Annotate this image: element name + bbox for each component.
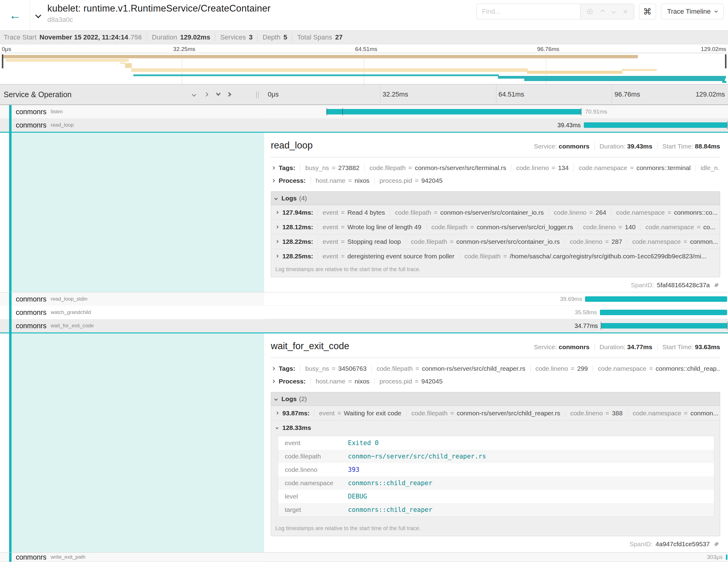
logs-header[interactable]: Logs (4) (271, 192, 720, 205)
span-bar[interactable] (601, 323, 727, 329)
span-color-accent (9, 105, 12, 118)
trace-depth: Depth5 (258, 33, 292, 41)
span-bar[interactable] (585, 296, 727, 302)
detail-span-meta: Service: conmonrs Duration: 34.77ms Star… (534, 343, 720, 351)
span-operation: read_loop_stdin (51, 296, 87, 302)
timeline-grid-header: Service & Operation 0μs 32.25ms 64.51ms … (0, 84, 728, 105)
minimap-span-strip (120, 62, 125, 64)
chevron-right-icon (271, 179, 275, 182)
column-resize-grip[interactable] (256, 92, 259, 98)
detail-span-title: read_loop (271, 140, 313, 151)
trace-minimap[interactable] (0, 53, 728, 84)
span-bar[interactable] (584, 122, 727, 128)
top-bar: ← kubelet: runtime.v1.RuntimeService/Cre… (0, 0, 728, 30)
trace-total-spans: Total Spans27 (292, 33, 347, 41)
minimap-tick-labels: 0μs 32.25ms 64.51ms 96.76ms 129.02ms (0, 44, 728, 53)
log-fields-table: event Exited 0 code.filepath conmon−rs/s… (278, 436, 714, 517)
chevron-down-icon (274, 196, 277, 200)
back-arrow-icon: ← (9, 9, 21, 22)
process-row[interactable]: Process: host.name=nixos process.pid=942… (271, 375, 720, 388)
expand-one-icon[interactable] (204, 92, 208, 97)
span-duration-label: 39.69ms (560, 296, 582, 302)
span-service: conmonrs (16, 322, 46, 330)
chevron-down-icon (714, 9, 718, 12)
chevron-right-icon (271, 380, 275, 383)
trace-header-collapse-toggle[interactable] (30, 0, 46, 30)
span-detail-wait-for-exit-code: wait_for_exit_code Service: conmonrs Dur… (0, 333, 728, 553)
table-row: event Exited 0 (278, 436, 714, 450)
span-row-wait-for-exit-code[interactable]: conmonrs wait_for_exit_code 34.77ms (0, 319, 728, 333)
span-row-watch-grandchild[interactable]: conmonrs watch_grandchild 35.58ms (0, 306, 728, 319)
chevron-down-icon (274, 397, 277, 400)
keyboard-shortcuts-button[interactable]: ⌘ (639, 4, 656, 19)
detail-span-meta: Service: conmonrs Duration: 39.43ms Star… (534, 143, 720, 150)
locate-icon[interactable] (587, 8, 593, 15)
find-clear-icon[interactable]: × (623, 8, 628, 15)
expand-all-icon[interactable] (229, 93, 231, 96)
span-bar[interactable] (726, 554, 727, 560)
link-icon[interactable] (713, 540, 720, 548)
log-entry[interactable]: 93.87ms: event=Waiting for exit code cod… (271, 406, 720, 420)
span-color-accent (9, 292, 12, 306)
find-input[interactable] (476, 4, 580, 19)
process-row[interactable]: Process: host.name=nixos process.pid=942… (271, 174, 720, 187)
timeline-ruler: 0μs 32.25ms 64.51ms 96.76ms 129.02ms (264, 84, 728, 104)
span-detail-read-loop: read_loop Service: conmonrs Duration: 39… (0, 133, 728, 292)
log-entry[interactable]: 128.25ms: event=deregistering event sour… (271, 249, 720, 263)
trace-services: Services3 (215, 33, 257, 41)
minimap-span-strip (133, 74, 499, 76)
minimap-span-strip (131, 68, 528, 72)
collapse-one-icon[interactable] (192, 92, 196, 97)
page-title: kubelet: runtime.v1.RuntimeService/Creat… (47, 3, 270, 14)
chevron-right-icon (276, 211, 279, 214)
back-button[interactable]: ← (0, 0, 30, 30)
chevron-down-icon (276, 426, 279, 429)
minimap-span-strip (6, 59, 129, 62)
table-row: code.filepath conmon−rs/server/src/child… (278, 450, 714, 463)
detail-left-gutter (0, 333, 264, 552)
minimap-span-strip (2, 55, 638, 58)
detail-left-gutter (0, 133, 264, 292)
span-row-listen[interactable]: conmonrs listen 70.91ms (0, 105, 728, 118)
view-selector-label: Trace Timeline (667, 8, 711, 15)
collapse-all-icon[interactable] (217, 94, 220, 95)
detail-span-title: wait_for_exit_code (271, 341, 349, 352)
chevron-right-icon (276, 255, 279, 258)
jaeger-trace-view: ← kubelet: runtime.v1.RuntimeService/Cre… (0, 0, 728, 562)
table-row: code.lineno 393 (278, 463, 714, 476)
minimap-left-drag-handle[interactable] (2, 54, 3, 68)
span-service: conmonrs (16, 108, 46, 116)
view-selector-button[interactable]: Trace Timeline (661, 4, 724, 19)
span-bar[interactable] (600, 310, 727, 315)
trace-start: Trace Start November 15 2022, 11:24:14 .… (4, 33, 147, 41)
span-duration-label: 70.91ms (585, 108, 607, 115)
find-prev-icon[interactable] (600, 9, 605, 14)
minimap-right-drag-handle[interactable] (725, 54, 726, 68)
logs-header[interactable]: Logs (2) (271, 392, 720, 406)
minimap-span-strip (527, 71, 622, 74)
span-id-line: SpanID: 5faf48165428c37a (271, 277, 720, 292)
log-entry[interactable]: 128.22ms: event=Stopping read loop code.… (271, 234, 720, 249)
span-bar[interactable] (326, 109, 581, 114)
log-entry[interactable]: 128.12ms: event=Wrote log line of length… (271, 220, 720, 234)
span-color-accent (9, 319, 12, 332)
log-entry-expanded[interactable]: 128.33ms (271, 420, 720, 435)
find-next-icon[interactable] (611, 9, 616, 14)
command-icon: ⌘ (643, 7, 652, 17)
trace-summary-bar: Trace Start November 15 2022, 11:24:14 .… (0, 30, 728, 44)
chevron-down-icon (35, 12, 41, 18)
log-entry[interactable]: 127.94ms: event=Read 4 bytes code.filepa… (271, 205, 720, 220)
span-row-write-exit-path[interactable]: conmonrs write_exit_path 303μs (0, 553, 728, 562)
span-service: conmonrs (16, 121, 46, 129)
span-color-accent (9, 553, 12, 562)
chevron-right-icon (271, 166, 275, 169)
span-row-read-loop-stdin[interactable]: conmonrs read_loop_stdin 39.69ms (0, 292, 728, 306)
tags-row[interactable]: Tags: busy_ns=273882 code.filepath=conmo… (271, 162, 720, 174)
logs-footnote: Log timestamps are relative to the start… (271, 522, 720, 536)
tags-row[interactable]: Tags: busy_ns=34506763 code.filepath=con… (271, 362, 720, 375)
table-row: level DEBUG (278, 490, 714, 503)
link-icon[interactable] (713, 281, 720, 289)
find-group: × (476, 4, 634, 19)
span-row-read-loop[interactable]: conmonrs read_loop 39.43ms (0, 118, 728, 133)
trace-duration: Duration129.02ms (147, 33, 215, 41)
